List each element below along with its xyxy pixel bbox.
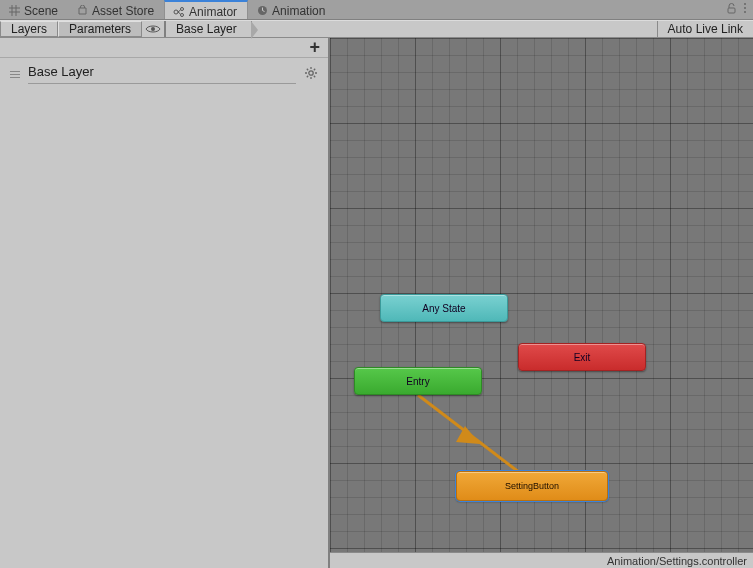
- svg-point-2: [181, 13, 184, 16]
- svg-rect-4: [728, 8, 735, 13]
- layer-name: Base Layer: [28, 64, 296, 84]
- animator-icon: [173, 6, 185, 18]
- tab-animator-label: Animator: [189, 5, 237, 19]
- kebab-menu-icon[interactable]: [743, 2, 747, 17]
- node-setting-button[interactable]: SettingButton: [456, 471, 608, 501]
- parameters-tab-label: Parameters: [69, 22, 131, 36]
- auto-live-link-label: Auto Live Link: [668, 22, 743, 36]
- svg-point-9: [309, 70, 313, 74]
- layers-tab[interactable]: Layers: [0, 21, 58, 37]
- breadcrumb-base-layer[interactable]: Base Layer: [166, 21, 252, 37]
- node-entry-label: Entry: [406, 376, 429, 387]
- node-any-state-label: Any State: [422, 303, 465, 314]
- node-any-state[interactable]: Any State: [380, 294, 508, 322]
- tab-scene[interactable]: Scene: [0, 0, 68, 19]
- animator-toolbar: Layers Parameters Base Layer Auto Live L…: [0, 20, 753, 38]
- breadcrumb-label: Base Layer: [176, 22, 237, 36]
- tab-asset-store[interactable]: Asset Store: [68, 0, 164, 19]
- layers-tab-label: Layers: [11, 22, 47, 36]
- grid-icon: [8, 5, 20, 16]
- node-setting-button-label: SettingButton: [505, 481, 559, 491]
- tab-scene-label: Scene: [24, 4, 58, 18]
- tab-animator[interactable]: Animator: [164, 0, 248, 19]
- layers-panel: + Base Layer: [0, 38, 330, 568]
- auto-live-link-button[interactable]: Auto Live Link: [657, 21, 753, 37]
- svg-point-0: [174, 10, 178, 14]
- asset-path: Animation/Settings.controller: [607, 555, 747, 567]
- node-exit[interactable]: Exit: [518, 343, 646, 371]
- eye-icon[interactable]: [142, 21, 164, 37]
- window-tab-bar: Scene Asset Store Animator Animation: [0, 0, 753, 20]
- node-entry[interactable]: Entry: [354, 367, 482, 395]
- svg-point-6: [744, 7, 746, 9]
- clock-icon: [256, 5, 268, 16]
- node-exit-label: Exit: [574, 352, 591, 363]
- parameters-tab[interactable]: Parameters: [58, 21, 142, 37]
- svg-point-7: [744, 11, 746, 13]
- add-layer-button[interactable]: +: [309, 37, 320, 58]
- layer-item[interactable]: Base Layer: [0, 58, 328, 86]
- svg-point-8: [151, 27, 155, 31]
- svg-point-5: [744, 3, 746, 5]
- graph-footer: Animation/Settings.controller: [330, 552, 753, 568]
- tab-animation-label: Animation: [272, 4, 325, 18]
- drag-handle-icon[interactable]: [10, 71, 20, 78]
- state-graph[interactable]: Any State Entry Exit SettingButton Anima…: [330, 38, 753, 568]
- tab-animation[interactable]: Animation: [248, 0, 335, 19]
- unlock-icon[interactable]: [726, 3, 737, 17]
- bag-icon: [76, 5, 88, 16]
- svg-point-1: [181, 7, 184, 10]
- tab-asset-store-label: Asset Store: [92, 4, 154, 18]
- gear-icon[interactable]: [304, 66, 318, 83]
